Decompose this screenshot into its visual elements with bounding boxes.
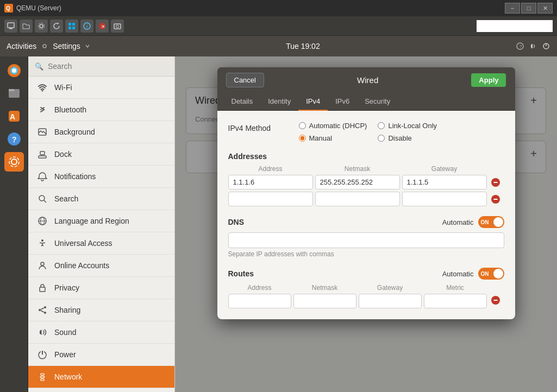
route-metric-input[interactable] xyxy=(424,294,487,308)
radio-dhcp-input[interactable] xyxy=(299,122,306,129)
addresses-title: Addresses xyxy=(228,152,504,161)
power-topbar-icon xyxy=(542,42,550,50)
search-svg xyxy=(37,194,47,204)
gateway-input-2[interactable] xyxy=(402,192,487,206)
route-netmask-input[interactable] xyxy=(293,294,356,308)
tab-ipv6[interactable]: IPv6 xyxy=(328,93,357,111)
apply-button[interactable]: Apply xyxy=(471,73,506,87)
sidebar-item-background[interactable]: Background xyxy=(28,121,174,143)
toolbar-icon-refresh[interactable] xyxy=(50,20,63,33)
stop-icon: ✕ xyxy=(98,22,107,30)
sidebar-item-search[interactable]: Search xyxy=(28,188,174,210)
radio-manual-input[interactable] xyxy=(299,135,306,142)
radio-link-local[interactable]: Link-Local Only xyxy=(378,122,446,130)
tab-identity[interactable]: Identity xyxy=(260,93,298,111)
netmask-input-2[interactable] xyxy=(315,192,400,206)
sidebar-item-online-accounts[interactable]: Online Accounts xyxy=(28,255,174,277)
radio-disable[interactable]: Disable xyxy=(378,134,446,142)
toolbar-icon-windows[interactable] xyxy=(65,20,78,33)
sidebar-item-sharing[interactable]: Sharing xyxy=(28,299,174,321)
dialog-header: Cancel Wired Apply xyxy=(217,67,515,93)
sidebar-item-label-dock: Dock xyxy=(54,150,72,159)
close-button[interactable]: ✕ xyxy=(537,3,553,14)
dialog-overlay: Cancel Wired Apply Details Identity IPv4 xyxy=(175,56,557,392)
svg-line-37 xyxy=(44,200,46,203)
delete-row-1-button[interactable] xyxy=(489,176,502,189)
dialog-body: IPv4 Method Automatic (DHCP) Link-Local … xyxy=(217,111,515,319)
routes-col-metric: Metric xyxy=(424,284,487,292)
toolbar-icon-info[interactable]: i xyxy=(80,20,93,33)
sidebar-search-input[interactable] xyxy=(48,62,146,71)
routes-automatic-label: Automatic xyxy=(442,270,474,278)
files-icon xyxy=(7,86,22,101)
app-help[interactable]: ? xyxy=(4,129,24,149)
sidebar-item-network[interactable]: Network xyxy=(28,366,174,388)
top-bar-left: Activities Settings xyxy=(7,42,90,50)
question-icon: ? xyxy=(516,42,524,50)
tab-ipv4[interactable]: IPv4 xyxy=(298,93,328,111)
sidebar: 🔍 Wi-Fi Bluetooth xyxy=(28,56,175,392)
sidebar-item-notifications[interactable]: Notifications xyxy=(28,166,174,188)
svg-rect-35 xyxy=(40,151,45,155)
sidebar-item-label-online: Online Accounts xyxy=(54,261,109,270)
address-input-2[interactable] xyxy=(228,192,313,206)
activities-label[interactable]: Activities xyxy=(7,42,36,50)
route-address-input[interactable] xyxy=(228,294,291,308)
sidebar-item-sound[interactable]: Sound xyxy=(28,321,174,344)
radio-link-local-input[interactable] xyxy=(378,122,385,129)
toolbar-icon-2[interactable] xyxy=(20,20,33,33)
route-gateway-input[interactable] xyxy=(359,294,422,308)
wired-dialog: Cancel Wired Apply Details Identity IPv4 xyxy=(217,67,515,319)
toolbar-icon-1[interactable] xyxy=(4,20,17,33)
access-svg xyxy=(37,238,47,248)
routes-toggle[interactable]: ON xyxy=(478,268,504,280)
sidebar-item-wifi[interactable]: Wi-Fi xyxy=(28,77,174,99)
delete-row-2-button[interactable] xyxy=(489,193,502,206)
dns-toggle-thumb xyxy=(493,217,503,227)
language-svg xyxy=(37,216,47,226)
address-input-1[interactable] xyxy=(228,175,313,189)
dns-toggle[interactable]: ON xyxy=(478,216,504,228)
gateway-input-1[interactable] xyxy=(402,175,487,189)
radio-link-local-label: Link-Local Only xyxy=(388,122,437,130)
app-settings[interactable] xyxy=(4,152,24,172)
delete-route-button[interactable] xyxy=(489,294,502,307)
app-strip: A ? xyxy=(0,56,28,392)
settings-menu-label[interactable]: Settings xyxy=(53,42,80,50)
sidebar-item-dock[interactable]: Dock xyxy=(28,143,174,166)
tab-security[interactable]: Security xyxy=(357,93,398,111)
main-layout: A ? 🔍 xyxy=(0,56,557,392)
routes-auto-row: Automatic ON xyxy=(442,268,504,280)
sidebar-item-universal-access[interactable]: Universal Access xyxy=(28,232,174,255)
delete-route-icon xyxy=(491,295,500,305)
app-firefox[interactable] xyxy=(4,61,24,80)
sidebar-item-bluetooth[interactable]: Bluetooth xyxy=(28,99,174,121)
dns-title: DNS xyxy=(228,218,245,226)
sidebar-item-label-sharing: Sharing xyxy=(54,306,80,314)
sidebar-item-label-background: Background xyxy=(54,128,95,136)
toolbar-search-input[interactable] xyxy=(477,20,553,32)
sidebar-item-power[interactable]: Power xyxy=(28,344,174,366)
routes-col-gateway: Gateway xyxy=(359,284,422,292)
netmask-input-1[interactable] xyxy=(315,175,400,189)
minimize-button[interactable]: − xyxy=(505,3,520,14)
radio-dhcp[interactable]: Automatic (DHCP) xyxy=(299,122,367,130)
maximize-button[interactable]: □ xyxy=(521,3,536,14)
tab-details[interactable]: Details xyxy=(224,93,261,111)
sidebar-item-label-language: Language and Region xyxy=(54,217,129,225)
cancel-button[interactable]: Cancel xyxy=(226,73,264,87)
radio-manual[interactable]: Manual xyxy=(299,134,367,142)
sidebar-item-language[interactable]: Language and Region xyxy=(28,210,174,232)
refresh-icon xyxy=(52,22,61,30)
ipv4-method-label: IPv4 Method xyxy=(228,122,288,132)
svg-text:✕: ✕ xyxy=(101,24,105,29)
app-software[interactable]: A xyxy=(4,106,24,126)
firefox-icon xyxy=(7,63,22,78)
sidebar-item-privacy[interactable]: Privacy xyxy=(28,277,174,299)
toolbar-icon-gear[interactable] xyxy=(35,20,48,33)
toolbar-icon-stop[interactable]: ✕ xyxy=(96,20,109,33)
dns-input[interactable] xyxy=(228,232,504,248)
app-files[interactable] xyxy=(4,84,24,103)
radio-disable-input[interactable] xyxy=(378,135,385,142)
toolbar-icon-screenshot[interactable] xyxy=(111,20,124,33)
